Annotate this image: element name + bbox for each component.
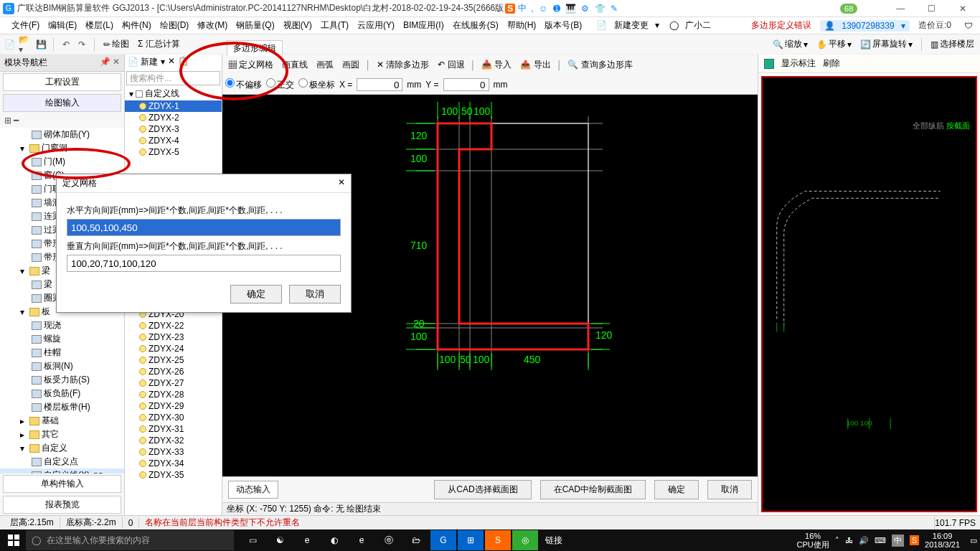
list-item[interactable]: ZDYX-22	[125, 320, 222, 331]
dialog-close-icon[interactable]: ✕	[338, 177, 345, 189]
list-item[interactable]: ZDYX-4	[125, 135, 222, 146]
menu-item[interactable]: 视图(V)	[279, 19, 316, 32]
score-badge[interactable]: 68	[840, 4, 857, 14]
list-item[interactable]: ZDYX-30	[125, 412, 222, 423]
tray-ime-icon[interactable]: 中	[892, 534, 904, 547]
dialog-ok-button[interactable]: 确定	[230, 285, 282, 303]
app-icon-7[interactable]: ◎	[512, 530, 538, 550]
taskbar-clock[interactable]: 16:092018/3/21	[925, 532, 960, 549]
canvas-ok-button[interactable]: 确定	[654, 480, 699, 499]
dialog-cancel-button[interactable]: 取消	[289, 285, 341, 303]
app-icon-2[interactable]: ◐	[321, 530, 347, 550]
list-item[interactable]: ZDYX-27	[125, 377, 222, 389]
list-item[interactable]: ZDYX-31	[125, 423, 222, 435]
tree-node[interactable]: ▾门窗洞	[0, 141, 124, 155]
pan-button[interactable]: ✋ 平移 ▾	[814, 37, 854, 52]
list-item[interactable]: ZDYX-1	[125, 100, 222, 112]
coin-icon[interactable]: 🛡	[960, 19, 977, 32]
taskbar-search[interactable]: ◯ 在这里输入你要搜索的内容	[26, 530, 234, 550]
menu-item[interactable]: 工具(T)	[316, 19, 353, 32]
canvas-cancel-button[interactable]: 取消	[707, 480, 752, 499]
app-icon-1[interactable]: ☯	[267, 530, 293, 550]
menu-item[interactable]: 楼层(L)	[81, 19, 118, 32]
list-item[interactable]: ZDYX-33	[125, 446, 222, 458]
select-floor-button[interactable]: ▥ 选择楼层	[928, 37, 977, 52]
maximize-button[interactable]: ☐	[918, 4, 946, 14]
list-item[interactable]: ZDYX-35	[125, 469, 222, 481]
menu-item[interactable]: BIM应用(I)	[399, 19, 448, 32]
user-toggle[interactable]: ◯ 广小二	[665, 18, 720, 33]
tray-sogou-icon[interactable]: S	[910, 535, 919, 545]
query-library-button[interactable]: 🔍 查询多边形库	[565, 57, 635, 72]
tree-node[interactable]: 自定义点	[0, 455, 124, 468]
list-item[interactable]: ZDYX-34	[125, 458, 222, 469]
in-cad-button[interactable]: 在CAD中绘制截面图	[540, 480, 646, 499]
menu-item[interactable]: 构件(N)	[118, 19, 156, 32]
tree-node[interactable]: 门(M)	[0, 155, 124, 169]
mid-new-button[interactable]: 📄 新建 ▾	[128, 56, 165, 68]
tree-node[interactable]: ▸其它	[0, 428, 124, 441]
y-input[interactable]	[443, 78, 489, 91]
section-canvas[interactable]: 全部纵筋 按截面 100 100	[761, 76, 977, 512]
user-phone[interactable]: 👤 13907298339 ▾	[820, 20, 910, 32]
tree-node[interactable]: 砌体加筋(Y)	[0, 128, 124, 141]
export-button[interactable]: 📤 导出	[517, 57, 553, 72]
task-view-icon[interactable]: ▭	[240, 530, 265, 550]
ime-extra-icons[interactable]: , ☺ ➊ 🎹 ⚙ 👕 ✎	[531, 4, 619, 14]
list-item[interactable]: ZDYX-29	[125, 400, 222, 412]
list-item[interactable]: ZDYX-3	[125, 123, 222, 135]
tree-mode-icons[interactable]: ⊞ ━	[0, 113, 124, 128]
draw-input-tab[interactable]: 绘图输入	[3, 94, 121, 112]
link-label[interactable]: 链接	[545, 534, 562, 547]
open-file-icon[interactable]: 📂▾	[19, 38, 32, 51]
list-item[interactable]: ZDYX-26	[125, 366, 222, 377]
ortho-radio[interactable]: 正交	[266, 78, 294, 91]
minimize-button[interactable]: —	[886, 4, 915, 14]
menu-item[interactable]: 版本号(B)	[540, 19, 586, 32]
ie-icon[interactable]: ⓔ	[376, 530, 402, 550]
menu-item[interactable]: 在线服务(S)	[448, 19, 503, 32]
list-root[interactable]: ▾自定义线	[125, 87, 222, 100]
menu-item[interactable]: 帮助(H)	[503, 19, 541, 32]
app-icon-4[interactable]: G	[430, 530, 456, 550]
mid-copy-icon[interactable]: 📋	[178, 56, 189, 68]
tree-node[interactable]: ▸基础	[0, 414, 124, 428]
rotate-button[interactable]: 🔄 屏幕旋转 ▾	[857, 37, 915, 52]
tray-vol-icon[interactable]: 🔊	[859, 536, 869, 545]
import-button[interactable]: 📥 导入	[479, 57, 514, 72]
polar-radio[interactable]: 极坐标	[298, 78, 335, 91]
draw-arc-button[interactable]: 画弧	[314, 57, 336, 72]
edge-icon[interactable]: e	[294, 530, 320, 550]
tree-node[interactable]: ▾自定义	[0, 441, 124, 455]
tree-node[interactable]: 螺旋	[0, 332, 124, 346]
refresh-button[interactable]: 刷除	[823, 57, 840, 70]
app-icon-5[interactable]: ⊞	[458, 530, 484, 550]
app-icon-3[interactable]: e	[349, 530, 374, 550]
nav-pin-icon[interactable]: 📌 ✕	[100, 57, 120, 69]
zoom-button[interactable]: 🔍 缩放 ▾	[770, 37, 811, 52]
list-item[interactable]: ZDYX-32	[125, 435, 222, 446]
list-item[interactable]: ZDYX-5	[125, 146, 222, 158]
ime-badge[interactable]: S	[505, 4, 515, 14]
list-item[interactable]: ZDYX-24	[125, 343, 222, 354]
undo-step-button[interactable]: ↶ 回退	[435, 57, 467, 72]
menu-item[interactable]: 云应用(Y)	[353, 19, 399, 32]
undo-icon[interactable]: ↶	[60, 38, 72, 51]
tree-node[interactable]: 楼层板带(H)	[0, 400, 124, 414]
close-button[interactable]: ✕	[948, 4, 977, 14]
mid-delete-icon[interactable]: ✕	[168, 56, 175, 68]
list-item[interactable]: ZDYX-23	[125, 331, 222, 343]
ime-mode[interactable]: 中	[518, 2, 528, 14]
sum-button[interactable]: Σ 汇总计算	[135, 37, 183, 52]
save-icon[interactable]: 💾	[34, 38, 47, 51]
draw-line-button[interactable]: 画直线	[279, 57, 311, 72]
no-offset-radio[interactable]: 不偏移	[225, 78, 262, 91]
new-change-button[interactable]: 📄 新建变更 ▾	[592, 18, 664, 33]
redo-icon[interactable]: ↷	[75, 38, 88, 51]
menu-item[interactable]: 文件(F)	[7, 19, 44, 32]
menu-item[interactable]: 修改(M)	[193, 19, 232, 32]
list-item[interactable]: ZDYX-28	[125, 389, 222, 400]
tray-net-icon[interactable]: 🖧	[845, 536, 853, 545]
tree-node[interactable]: 现浇	[0, 319, 124, 332]
list-item[interactable]: ZDYX-25	[125, 354, 222, 366]
